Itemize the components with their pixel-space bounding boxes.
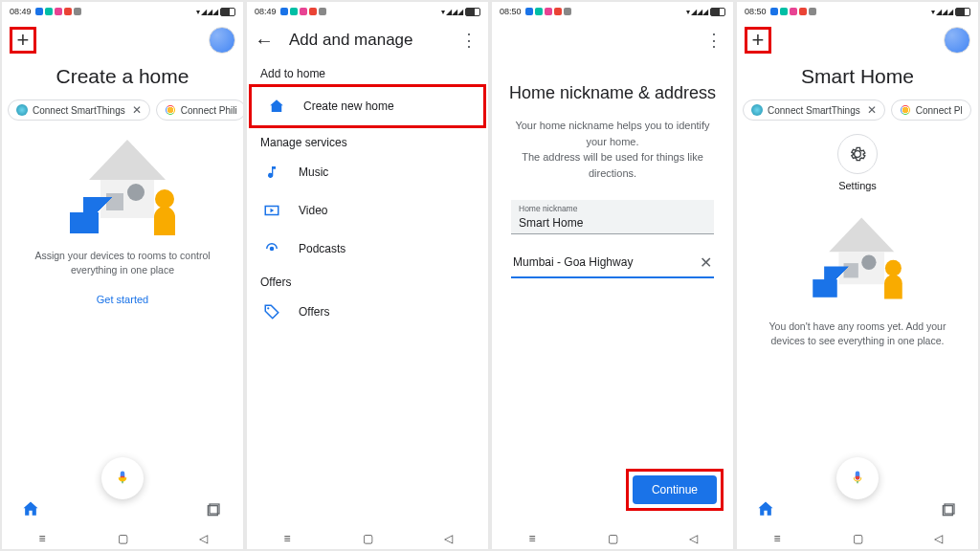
home-nav-icon[interactable]: ▢ bbox=[116, 532, 129, 545]
bottom-nav bbox=[2, 490, 243, 528]
status-indicators: ▾ ◢ ◢ ◢ bbox=[441, 8, 480, 16]
screen-nickname-address: 08:50 ▾ ◢ ◢ ◢ ⋮ Home nickname & address … bbox=[492, 2, 733, 549]
screen-add-manage: 08:49 ▾ ◢ ◢ ◢ ← Add and manage ⋮ Add to … bbox=[247, 2, 488, 549]
item-offers[interactable]: Offers bbox=[247, 293, 488, 331]
philips-hue-icon bbox=[165, 104, 176, 116]
status-time: 08:50 bbox=[745, 7, 767, 16]
status-time: 08:49 bbox=[10, 7, 32, 16]
smartthings-icon bbox=[16, 104, 28, 116]
mic-icon bbox=[849, 470, 866, 487]
menu-icon[interactable]: ≡ bbox=[525, 532, 539, 545]
item-video[interactable]: Video bbox=[247, 191, 488, 230]
chip-philips[interactable]: Connect Pl bbox=[891, 99, 971, 121]
page-title: Home nickname & address bbox=[492, 82, 733, 104]
nickname-label: Home nickname bbox=[519, 204, 706, 213]
mic-icon bbox=[114, 470, 131, 487]
back-icon[interactable]: ← bbox=[255, 30, 274, 52]
library-icon[interactable] bbox=[205, 499, 224, 518]
back-nav-icon[interactable]: ◁ bbox=[931, 532, 945, 545]
continue-highlight: Continue bbox=[626, 469, 724, 511]
status-bar: 08:49 ▾ ◢ ◢ ◢ bbox=[2, 2, 243, 21]
status-time: 08:49 bbox=[255, 7, 277, 16]
svg-point-4 bbox=[267, 307, 269, 309]
library-icon[interactable] bbox=[940, 499, 959, 518]
section-manage-services: Manage services bbox=[247, 128, 488, 153]
description: You don't have any rooms yet. Add your d… bbox=[737, 320, 978, 347]
philips-hue-icon bbox=[900, 104, 911, 116]
menu-icon[interactable]: ≡ bbox=[35, 532, 49, 545]
podcast-icon bbox=[262, 239, 281, 258]
home-icon[interactable] bbox=[756, 499, 775, 518]
description: Assign your devices to rooms to control … bbox=[2, 249, 243, 276]
home-nav-icon[interactable]: ▢ bbox=[851, 532, 864, 545]
status-bar: 08:50 ▾ ◢ ◢ ◢ bbox=[492, 2, 733, 21]
svg-point-3 bbox=[270, 247, 275, 252]
back-nav-icon[interactable]: ◁ bbox=[196, 532, 210, 545]
continue-button[interactable]: Continue bbox=[633, 475, 717, 504]
item-music[interactable]: Music bbox=[247, 153, 488, 191]
add-button[interactable]: + bbox=[745, 27, 771, 54]
menu-icon[interactable]: ≡ bbox=[280, 532, 294, 545]
section-offers: Offers bbox=[247, 268, 488, 293]
bottom-nav bbox=[737, 490, 978, 528]
avatar[interactable] bbox=[209, 27, 235, 54]
status-bar: 08:49 ▾ ◢ ◢ ◢ bbox=[247, 2, 488, 21]
home-icon bbox=[267, 97, 286, 116]
suggestion-chips: Connect SmartThings✕ Connect Pl bbox=[737, 99, 978, 121]
music-icon bbox=[262, 163, 281, 182]
top-bar: ⋮ bbox=[492, 21, 733, 59]
address-input[interactable] bbox=[513, 252, 694, 273]
system-nav: ≡ ▢ ◁ bbox=[2, 528, 243, 549]
chip-smartthings[interactable]: Connect SmartThings✕ bbox=[8, 99, 150, 121]
add-button[interactable]: + bbox=[10, 27, 36, 54]
status-indicators: ▾ ◢ ◢ ◢ bbox=[686, 8, 725, 16]
page-title: Smart Home bbox=[737, 65, 978, 88]
address-field-group: ✕ bbox=[511, 248, 714, 278]
page-title: Create a home bbox=[2, 65, 243, 88]
video-icon bbox=[262, 201, 281, 220]
item-podcasts[interactable]: Podcasts bbox=[247, 230, 488, 268]
nickname-input[interactable] bbox=[519, 214, 706, 231]
top-bar: + bbox=[737, 21, 978, 59]
home-nav-icon[interactable]: ▢ bbox=[606, 532, 619, 545]
app-bar: ← Add and manage ⋮ bbox=[247, 21, 488, 59]
avatar[interactable] bbox=[944, 27, 970, 54]
close-icon[interactable]: ✕ bbox=[867, 103, 877, 117]
nickname-field-group: Home nickname bbox=[511, 200, 714, 234]
chip-smartthings[interactable]: Connect SmartThings✕ bbox=[743, 99, 885, 121]
tag-icon bbox=[262, 302, 281, 321]
item-create-new-home[interactable]: Create new home bbox=[249, 84, 486, 128]
status-bar: 08:50 ▾ ◢ ◢ ◢ bbox=[737, 2, 978, 21]
close-icon[interactable]: ✕ bbox=[132, 103, 142, 117]
settings-label: Settings bbox=[737, 180, 978, 191]
clear-icon[interactable]: ✕ bbox=[700, 253, 712, 272]
status-indicators: ▾ ◢ ◢ ◢ bbox=[931, 8, 970, 16]
overflow-icon[interactable]: ⋮ bbox=[457, 30, 480, 51]
back-nav-icon[interactable]: ◁ bbox=[441, 532, 455, 545]
status-time: 08:50 bbox=[500, 7, 522, 16]
screen-smart-home: 08:50 ▾ ◢ ◢ ◢ + Smart Home Connect Smart… bbox=[737, 2, 978, 549]
status-indicators: ▾ ◢ ◢ ◢ bbox=[196, 8, 235, 16]
home-nav-icon[interactable]: ▢ bbox=[361, 532, 374, 545]
overflow-icon[interactable]: ⋮ bbox=[702, 30, 725, 51]
gear-icon bbox=[848, 144, 867, 164]
get-started-link[interactable]: Get started bbox=[2, 294, 243, 305]
home-illustration bbox=[60, 140, 185, 235]
smartthings-icon bbox=[751, 104, 763, 116]
appbar-title: Add and manage bbox=[289, 31, 442, 50]
section-add-to-home: Add to home bbox=[247, 59, 488, 84]
system-nav: ≡ ▢ ◁ bbox=[492, 528, 733, 549]
suggestion-chips: Connect SmartThings✕ Connect Phili bbox=[2, 99, 243, 121]
description: Your home nickname helps you to identify… bbox=[492, 118, 733, 181]
top-bar: + bbox=[2, 21, 243, 59]
home-icon[interactable] bbox=[21, 499, 40, 518]
screen-create-home: 08:49 ▾ ◢ ◢ ◢ + Create a home Connect Sm… bbox=[2, 2, 243, 549]
home-illustration bbox=[805, 218, 911, 299]
chip-philips[interactable]: Connect Phili bbox=[156, 99, 243, 121]
menu-icon[interactable]: ≡ bbox=[770, 532, 784, 545]
settings-button[interactable] bbox=[837, 134, 878, 174]
system-nav: ≡ ▢ ◁ bbox=[247, 528, 488, 549]
back-nav-icon[interactable]: ◁ bbox=[686, 532, 700, 545]
system-nav: ≡ ▢ ◁ bbox=[737, 528, 978, 549]
